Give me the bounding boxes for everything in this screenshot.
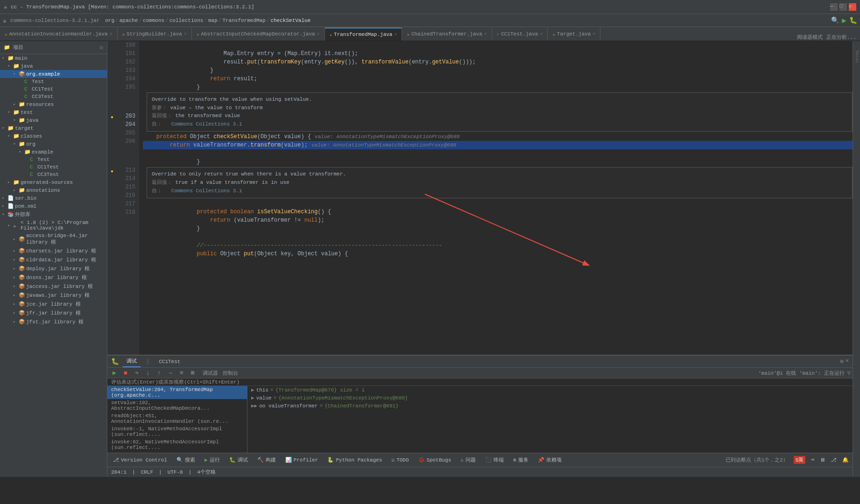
tree-item-classes[interactable]: ▾ 📁 classes <box>0 132 107 140</box>
step-btn[interactable]: → <box>165 368 176 378</box>
tree-item-test[interactable]: C Test <box>0 78 107 85</box>
var-item-value[interactable]: ▶ value = {AnnotationTypeMismatchExcepti… <box>247 394 853 402</box>
tree-item-pom[interactable]: ▸ 📄 pom.xml <box>0 202 107 210</box>
version-control-btn[interactable]: ⎇ Version Control <box>111 456 169 464</box>
tree-item-orgexample[interactable]: ▾ 📦 org.example <box>0 70 107 78</box>
tree-item-cldrdata[interactable]: ▸ 📦 cldrdata.jar library 根 <box>0 255 107 264</box>
tab-close[interactable]: × <box>110 32 113 37</box>
search-btn[interactable]: 🔍 搜索 <box>175 455 197 464</box>
tree-item-main[interactable]: ▾ 📁 main <box>0 54 107 62</box>
stack-frame-3[interactable]: invoke0:-1, NativeMethodAccessorImpl (su… <box>107 425 247 438</box>
tree-item-testjava[interactable]: ▾ 📁 java <box>0 116 107 124</box>
tree-item-javaws[interactable]: ▸ 📦 javaws.jar library 根 <box>0 291 107 300</box>
tab-target[interactable]: ☕ Target.java × <box>548 28 600 41</box>
tree-item-org[interactable]: ▾ 📁 org <box>0 140 107 148</box>
stack-frame-4[interactable]: invoke:62, NativeMethodAccessorImpl (sun… <box>107 438 247 451</box>
step-out-btn[interactable]: ↑ <box>154 368 164 378</box>
dependencies-btn[interactable]: 📌 依赖项 <box>536 455 564 464</box>
tree-item-generated[interactable]: ▸ 📁 generated-sources <box>0 178 107 186</box>
stack-frame-0[interactable]: checkSetValue:204, TransformedMap (org.a… <box>107 386 247 399</box>
frames-btn[interactable]: ⊞ <box>188 368 198 378</box>
tree-item-dnsns[interactable]: ▸ 📦 dnsns.jar library 根 <box>0 273 107 282</box>
jar-icon: 📦 <box>19 283 25 289</box>
window-controls: — □ ✕ <box>830 3 856 11</box>
tab-close[interactable]: × <box>394 32 397 37</box>
debug-tab-debugger[interactable]: 调试 <box>123 356 141 367</box>
debug-tab-cc1test[interactable]: CC1Test <box>155 357 184 366</box>
maximize-btn[interactable]: □ <box>839 3 847 11</box>
debug-run-icon[interactable]: 🐛 <box>849 16 857 24</box>
tab-close[interactable]: × <box>540 32 543 37</box>
tab-stringbuilder[interactable]: ☕ StringBuilder.java × <box>118 28 192 41</box>
step-into-btn[interactable]: ↓ <box>143 368 153 378</box>
tree-item-serbin[interactable]: ▸ 📄 ser.bin <box>0 194 107 202</box>
evaluate-btn[interactable]: ≡ <box>176 368 187 378</box>
tab-close[interactable]: × <box>317 32 320 37</box>
build-btn[interactable]: 🔨 构建 <box>255 455 278 464</box>
tree-item-jce[interactable]: ▸ 📦 jce.jar library 根 <box>0 300 107 308</box>
terminal-btn[interactable]: ⬛ 终端 <box>483 455 506 464</box>
tree-item-access[interactable]: ▸ 📦 access-bridge-64.jar library 根 <box>0 232 107 246</box>
tree-item-charsets[interactable]: ▸ 📦 charsets.jar library 根 <box>0 246 107 255</box>
editor-section: ● ● 190 191 192 193 194 195 <box>107 41 853 477</box>
tree-item-test2[interactable]: C Test <box>0 156 107 163</box>
tree-item-jfxt[interactable]: ▸ 📦 jfxt.jar library 根 <box>0 317 107 326</box>
tab-chainedtransformer[interactable]: ☕ ChainedTransformer.java × <box>402 28 492 41</box>
var-item-this[interactable]: ▶ this = {TransformedMap@676} size = 1 <box>247 386 853 394</box>
step-over-btn[interactable]: ↷ <box>132 368 142 378</box>
tab-cc1test[interactable]: ✓ CC1Test.java × <box>492 28 548 41</box>
todo-btn[interactable]: ☑ TODO <box>390 456 411 464</box>
tree-item-jaccess[interactable]: ▸ 📦 jaccess.jar library 根 <box>0 282 107 291</box>
tree-item-external[interactable]: ▾ 📚 外部库 <box>0 210 107 219</box>
tree-item-cc1test[interactable]: C CC1Test <box>0 85 107 93</box>
right-panel-maven[interactable]: Maven <box>854 50 859 63</box>
tree-item-deploy[interactable]: ▸ 📦 deploy.jar library 根 <box>0 264 107 273</box>
tree-item-annotations[interactable]: ▸ 📁 annotations <box>0 186 107 194</box>
tab-abstract[interactable]: ☕ AbstractInputCheckedMapDecorator.java … <box>192 28 325 41</box>
stack-frame-1[interactable]: setValue:192, AbstractInputCheckedMapDec… <box>107 399 247 412</box>
python-packages-btn[interactable]: 🐍 Python Packages <box>325 456 384 464</box>
close-panel-icon[interactable]: × <box>846 358 849 365</box>
filter-icon[interactable]: ▽ <box>847 370 851 377</box>
debug-btn[interactable]: 🐛 调试 <box>227 455 250 464</box>
stop-btn[interactable]: ■ <box>120 368 131 378</box>
tab-annotation[interactable]: ☕ AnnotationInvocationHandler.java × <box>0 28 118 41</box>
tree-item-jfr[interactable]: ▸ 📦 jfr.jar library 根 <box>0 308 107 317</box>
minimize-btn[interactable]: — <box>830 3 838 11</box>
code-container[interactable]: ● ● 190 191 192 193 194 195 <box>107 41 853 355</box>
tab-close[interactable]: × <box>484 32 487 37</box>
settings-icon[interactable]: ⚙ <box>840 358 844 365</box>
search-icon[interactable]: 🔍 <box>831 16 839 24</box>
problems-btn[interactable]: ⚠ 问题 <box>458 455 478 464</box>
class-icon: C <box>24 79 31 84</box>
folder-icon: 📁 <box>19 141 25 147</box>
tree-item-java[interactable]: ▾ 📁 java <box>0 62 107 70</box>
var-item-valuetransformer[interactable]: ▶▶ oo valueTransformer = {ChainedTransfo… <box>247 402 853 410</box>
tree-item-cc1test2[interactable]: C CC1Test <box>0 163 107 171</box>
tree-item-example2[interactable]: ▾ 📁 example <box>0 148 107 156</box>
tab-close[interactable]: × <box>184 32 187 37</box>
tree-item-resources[interactable]: ▸ 📁 resources <box>0 100 107 108</box>
tree-item-cc3test[interactable]: C CC3Test <box>0 93 107 100</box>
debug-subtab-debugger[interactable]: 调试器 <box>203 370 218 377</box>
run-icon[interactable]: ▶ <box>842 16 846 25</box>
debug-subtab-console[interactable]: 控制台 <box>223 370 238 377</box>
close-btn[interactable]: ✕ <box>849 3 856 11</box>
todo-icon: ☑ <box>392 457 395 463</box>
tab-close[interactable]: × <box>592 32 595 37</box>
tree-item-jdk[interactable]: ▾ ☕ < 1.8 (2) > C:\Program Files\Java\jd… <box>0 219 107 232</box>
stack-frame-2[interactable]: readObject:451, AnnotationInvocationHand… <box>107 412 247 425</box>
var-arrow-value: ▶ <box>251 395 254 401</box>
tab-transformedmap[interactable]: ☕ TransformedMap.java × <box>325 28 402 41</box>
services-btn[interactable]: ⚙ 服务 <box>511 455 530 464</box>
tree-item-cc3test2[interactable]: C CC3Test <box>0 171 107 178</box>
var-name-value: value <box>256 395 272 401</box>
resume-btn[interactable]: ▶ <box>109 368 120 378</box>
tree-item-target[interactable]: ▾ 📁 target <box>0 124 107 132</box>
profiler-btn[interactable]: 📊 Profiler <box>283 456 320 464</box>
sidebar-settings-icon[interactable]: ⚙ <box>99 44 103 51</box>
tree-item-testroot[interactable]: ▾ 📁 test <box>0 108 107 116</box>
spotbugs-btn[interactable]: 🐞 SpotBugs <box>416 456 453 464</box>
reader-mode-btn[interactable]: 阅读器模式 <box>797 34 823 41</box>
run-btn[interactable]: ▶ 运行 <box>203 455 222 464</box>
